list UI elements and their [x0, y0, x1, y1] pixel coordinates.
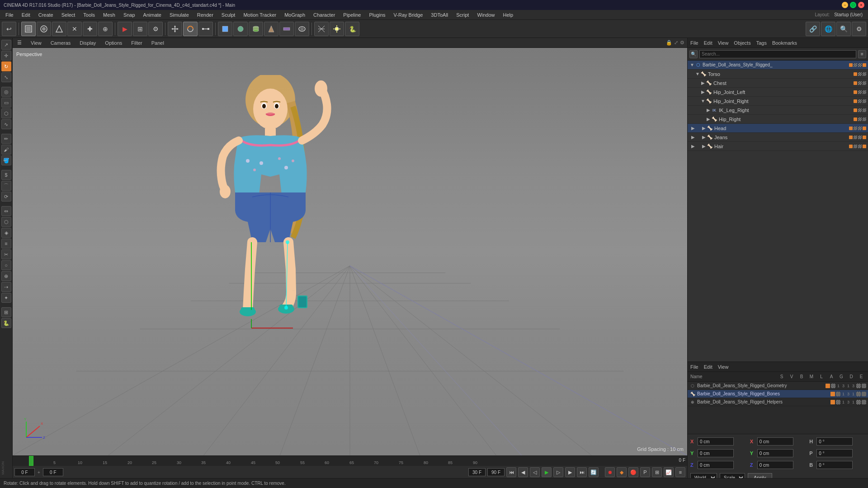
move-tool-button[interactable]	[168, 22, 182, 36]
prev-keyframe-button[interactable]: ◁	[530, 467, 540, 477]
cube-button[interactable]	[218, 22, 232, 36]
menu-snap[interactable]: Snap	[120, 11, 139, 19]
attr-view[interactable]: View	[718, 364, 729, 370]
grid-btn[interactable]: ⊞	[1, 307, 11, 317]
pen-btn[interactable]: ✏	[1, 134, 11, 144]
menu-pipeline[interactable]: Pipeline	[340, 11, 364, 19]
weld-btn[interactable]: ⊕	[1, 271, 11, 281]
menu-file[interactable]: File	[2, 11, 17, 19]
obj-expand-torso[interactable]: ▼	[695, 71, 700, 77]
minimize-button[interactable]: −	[842, 2, 848, 8]
viewport-menu-icon[interactable]: ☰	[15, 39, 24, 47]
rotate-btn[interactable]: ↻	[1, 61, 11, 71]
obj-row-head[interactable]: ▶ ▶ 🦴 Head	[688, 124, 868, 133]
viewport-panel-menu[interactable]: Panel	[150, 39, 166, 47]
obj-row-hip-right[interactable]: ▼ 🦴 Hip_Joint_Right	[688, 97, 868, 106]
search-btn[interactable]: 🔍	[836, 22, 851, 36]
viewport-lock-icon[interactable]: 🔒	[666, 40, 672, 46]
render-to-picture-viewer-button[interactable]: ▶	[118, 22, 132, 36]
menu-plugins[interactable]: Plugins	[365, 11, 389, 19]
edge-mode-button[interactable]	[52, 22, 66, 36]
obj-expand-hip-left[interactable]: ▶	[700, 89, 706, 95]
obj-row-chest[interactable]: ▶ 🦴 Chest	[688, 79, 868, 88]
obj-expand-ik-leg-right[interactable]: ▶	[706, 108, 711, 113]
obj-row-ik-leg-right[interactable]: ▶ IK IK_Leg_Right	[688, 106, 868, 115]
object-mode-button[interactable]: ⊕	[98, 22, 113, 36]
keyframe-button[interactable]: ◆	[617, 467, 627, 477]
start-frame-input[interactable]	[14, 468, 35, 476]
world-coord[interactable]: 🌐	[821, 22, 835, 36]
model-mode-button[interactable]	[21, 22, 36, 36]
obj-manager-bookmarks[interactable]: Bookmarks	[772, 40, 797, 46]
prev-frame-button[interactable]: ◀	[518, 467, 528, 477]
attr-row-geometry[interactable]: ⬡ Barbie_Doll_Jeans_Style_Rigged_Geometr…	[688, 382, 868, 390]
obj-expand-head2[interactable]: ▶	[701, 126, 707, 131]
next-frame-button[interactable]: ▶	[565, 467, 575, 477]
obj-row-hip-right-bone[interactable]: ▶ 🦴 Hip_Right	[688, 115, 868, 124]
menu-mesh[interactable]: Mesh	[99, 11, 119, 19]
undo-button[interactable]: ↩	[2, 22, 16, 36]
attr-row-helpers[interactable]: ⊕ Barbie_Doll_Jeans_Style_Rigged_Helpers…	[688, 398, 868, 406]
render-settings-button[interactable]: ⚙	[148, 22, 163, 36]
viewport-filter-menu[interactable]: Filter	[129, 39, 144, 47]
python-button[interactable]: 🐍	[345, 22, 359, 36]
attr-row-bones[interactable]: 🦴 Barbie_Doll_Jeans_Style_Rigged_Bones 1…	[688, 390, 868, 398]
viewport-view-menu[interactable]: View	[29, 39, 43, 47]
current-frame-input[interactable]	[43, 468, 63, 476]
coord-z2-input[interactable]	[757, 461, 793, 469]
cone-button[interactable]	[264, 22, 278, 36]
dissolve-btn[interactable]: ○	[1, 260, 11, 270]
obj-manager-objects[interactable]: Objects	[734, 40, 750, 46]
scale-btn[interactable]: ⤡	[1, 72, 11, 82]
obj-manager-view[interactable]: View	[718, 40, 729, 46]
auto-key-button[interactable]: 🔴	[628, 467, 638, 477]
menu-motion-tracker[interactable]: Motion Tracker	[240, 11, 280, 19]
snap-toggle[interactable]: 🔗	[806, 22, 820, 36]
cylinder-button[interactable]	[249, 22, 263, 36]
menu-window[interactable]: Window	[473, 11, 498, 19]
menu-sculpt[interactable]: Sculpt	[218, 11, 239, 19]
obj-row-torso[interactable]: ▼ 🦴 Torso	[688, 70, 868, 79]
bevel-btn[interactable]: ◈	[1, 228, 11, 238]
obj-row-root[interactable]: ▼ ⬡ Barbie_Doll_Jeans_Style_Rigged_	[688, 61, 868, 70]
viewport[interactable]: X Y Z Perspective Grid Spacing : 10 cm	[13, 48, 687, 455]
play-button[interactable]: ▶	[542, 467, 552, 477]
timeline-mode-button[interactable]: P	[640, 467, 650, 477]
attr-file[interactable]: File	[690, 364, 698, 370]
maximize-button[interactable]: □	[850, 2, 856, 8]
menu-3dtoall[interactable]: 3DToAll	[427, 11, 452, 19]
bridge-btn[interactable]: ≡	[1, 239, 11, 249]
light-button[interactable]	[330, 22, 344, 36]
obj-expand-chest[interactable]: ▶	[700, 80, 706, 86]
menu-render[interactable]: Render	[193, 11, 217, 19]
timeline-ruler[interactable]: 0 5 10 15 20 25 30 35 40 45 50 55 60 65 …	[13, 456, 687, 466]
obj-row-hair[interactable]: ▶ ▶ 🦴 Hair	[688, 142, 868, 151]
loop-button[interactable]: 🔄	[589, 467, 599, 477]
sphere-button[interactable]	[233, 22, 248, 36]
obj-manager-edit[interactable]: Edit	[704, 40, 712, 46]
obj-row-jeans[interactable]: ▶ ▶ 🦴 Jeans	[688, 133, 868, 142]
coord-p-input[interactable]	[816, 449, 853, 457]
paint-btn[interactable]: 🖌	[1, 145, 11, 155]
obj-expand-hair[interactable]: ▶	[690, 144, 696, 149]
viewport-options-menu[interactable]: Options	[103, 39, 124, 47]
rect-selection-btn[interactable]: ▭	[1, 98, 11, 108]
slide-btn[interactable]: ⇢	[1, 282, 11, 292]
python-node-btn[interactable]: 🐍	[1, 318, 11, 328]
menu-animate[interactable]: Animate	[140, 11, 165, 19]
obj-manager-search[interactable]	[699, 50, 856, 58]
dope-sheet-button[interactable]: ⊞	[652, 467, 662, 477]
obj-expand-jeans[interactable]: ▶	[690, 135, 696, 140]
select-tool-btn[interactable]: ↗	[1, 40, 11, 50]
obj-expand-head[interactable]: ▶	[690, 126, 696, 131]
move-btn[interactable]: ✛	[1, 51, 11, 61]
bend-btn[interactable]: ⌒	[1, 181, 11, 191]
torus-button[interactable]	[295, 22, 309, 36]
magnet-btn[interactable]: $	[1, 170, 11, 180]
texture-mode-button[interactable]	[37, 22, 51, 36]
menu-script[interactable]: Script	[453, 11, 472, 19]
coord-x-input[interactable]	[698, 437, 734, 446]
viewport-cameras-menu[interactable]: Cameras	[49, 39, 73, 47]
rotate-tool-button[interactable]	[183, 22, 198, 36]
poly-mode-button[interactable]: ✚	[83, 22, 97, 36]
